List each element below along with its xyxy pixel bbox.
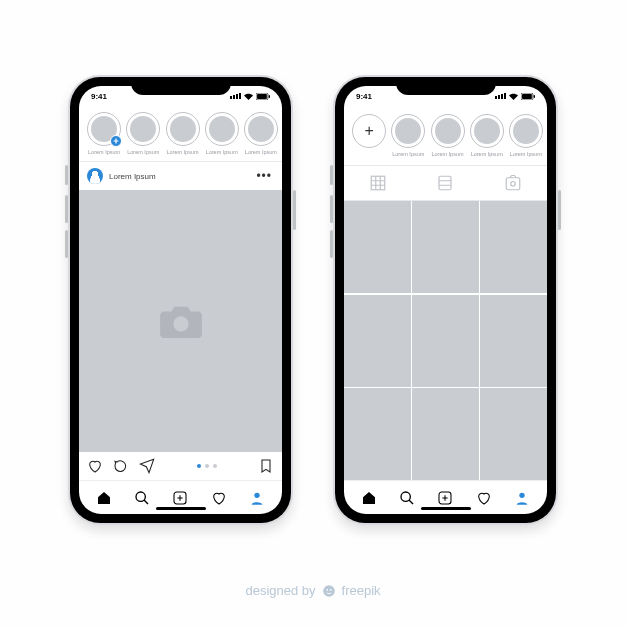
- phone-feed: 9:41: [68, 75, 293, 525]
- credit-brand: freepik: [342, 583, 381, 598]
- add-story-badge[interactable]: [110, 135, 122, 147]
- svg-rect-1: [257, 94, 267, 99]
- grid-cell[interactable]: [480, 295, 547, 387]
- nav-profile-icon[interactable]: [514, 490, 530, 506]
- highlight-label: Lorem Ipsum: [392, 151, 424, 157]
- story-item[interactable]: Lorem Ipsum: [205, 112, 239, 155]
- signal-icon: [230, 93, 241, 99]
- grid-cell[interactable]: [480, 388, 547, 480]
- highlight-item[interactable]: Lorem Ipsum: [509, 114, 543, 157]
- nav-activity-icon[interactable]: [476, 490, 492, 506]
- plus-icon: +: [352, 114, 386, 148]
- home-indicator[interactable]: [421, 507, 471, 510]
- profile-tabs: [344, 166, 547, 201]
- grid-cell[interactable]: [412, 295, 479, 387]
- status-time: 9:41: [91, 92, 107, 101]
- svg-point-6: [254, 492, 259, 497]
- grid-cell[interactable]: [344, 388, 411, 480]
- bookmark-icon[interactable]: [258, 458, 274, 474]
- add-highlight[interactable]: +: [352, 114, 386, 157]
- stories-row[interactable]: Lorem Ipsum Lorem Ipsum Lorem Ipsum Lore…: [79, 106, 282, 162]
- attribution: designed by freepik: [0, 583, 626, 598]
- svg-rect-10: [371, 176, 385, 190]
- post-more-button[interactable]: •••: [256, 169, 274, 183]
- highlights-row[interactable]: + Lorem Ipsum Lorem Ipsum Lorem Ipsum: [344, 106, 547, 166]
- comment-icon[interactable]: [113, 458, 129, 474]
- home-indicator[interactable]: [156, 507, 206, 510]
- highlight-label: Lorem Ipsum: [471, 151, 503, 157]
- highlight-label: Lorem Ipsum: [510, 151, 542, 157]
- post-author-name[interactable]: Lorem Ipsum: [109, 172, 156, 181]
- grid-cell[interactable]: [412, 201, 479, 293]
- svg-point-18: [326, 588, 328, 590]
- tab-feed-icon[interactable]: [436, 174, 454, 192]
- like-icon[interactable]: [87, 458, 103, 474]
- post-actions: [79, 452, 282, 480]
- camera-icon: [158, 302, 204, 340]
- story-item[interactable]: Lorem Ipsum: [165, 112, 199, 155]
- status-time: 9:41: [356, 92, 372, 101]
- post-header: Lorem Ipsum •••: [79, 162, 282, 190]
- story-label: Lorem Ipsum: [88, 149, 120, 155]
- svg-rect-8: [522, 94, 532, 99]
- svg-point-17: [323, 585, 335, 597]
- nav-profile-icon[interactable]: [249, 490, 265, 506]
- battery-icon: [521, 93, 535, 100]
- svg-point-14: [401, 492, 410, 501]
- svg-point-3: [173, 316, 188, 331]
- nav-search-icon[interactable]: [134, 490, 150, 506]
- svg-point-16: [519, 492, 524, 497]
- story-item[interactable]: Lorem Ipsum: [126, 112, 160, 155]
- highlight-label: Lorem Ipsum: [431, 151, 463, 157]
- svg-rect-9: [534, 95, 535, 98]
- profile-grid: [344, 201, 547, 480]
- grid-cell[interactable]: [344, 201, 411, 293]
- svg-rect-12: [506, 178, 520, 190]
- nav-add-icon[interactable]: [437, 490, 453, 506]
- highlight-item[interactable]: Lorem Ipsum: [430, 114, 464, 157]
- post-author-avatar[interactable]: [87, 168, 103, 184]
- wifi-icon: [509, 93, 518, 100]
- story-item[interactable]: Lorem Ipsum: [244, 112, 278, 155]
- story-label: Lorem Ipsum: [206, 149, 238, 155]
- svg-rect-2: [269, 95, 270, 98]
- wifi-icon: [244, 93, 253, 100]
- story-label: Lorem Ipsum: [166, 149, 198, 155]
- svg-point-19: [329, 588, 331, 590]
- nav-home-icon[interactable]: [96, 490, 112, 506]
- credit-prefix: designed by: [245, 583, 315, 598]
- nav-add-icon[interactable]: [172, 490, 188, 506]
- carousel-dots: [165, 464, 248, 468]
- highlight-item[interactable]: Lorem Ipsum: [470, 114, 504, 157]
- grid-cell[interactable]: [412, 388, 479, 480]
- story-item-self[interactable]: Lorem Ipsum: [87, 112, 121, 155]
- battery-icon: [256, 93, 270, 100]
- grid-cell[interactable]: [480, 201, 547, 293]
- svg-point-13: [511, 182, 516, 187]
- nav-activity-icon[interactable]: [211, 490, 227, 506]
- post-image[interactable]: [79, 190, 282, 452]
- phone-profile: 9:41 +: [333, 75, 558, 525]
- tab-grid-icon[interactable]: [369, 174, 387, 192]
- svg-point-4: [136, 492, 145, 501]
- share-icon[interactable]: [139, 458, 155, 474]
- story-label: Lorem Ipsum: [127, 149, 159, 155]
- grid-cell[interactable]: [344, 295, 411, 387]
- device-notch: [131, 77, 231, 95]
- freepik-logo-icon: [322, 584, 336, 598]
- highlight-item[interactable]: Lorem Ipsum: [391, 114, 425, 157]
- svg-rect-11: [439, 176, 451, 190]
- story-label: Lorem Ipsum: [245, 149, 277, 155]
- device-notch: [396, 77, 496, 95]
- signal-icon: [495, 93, 506, 99]
- nav-search-icon[interactable]: [399, 490, 415, 506]
- tab-tagged-icon[interactable]: [504, 174, 522, 192]
- nav-home-icon[interactable]: [361, 490, 377, 506]
